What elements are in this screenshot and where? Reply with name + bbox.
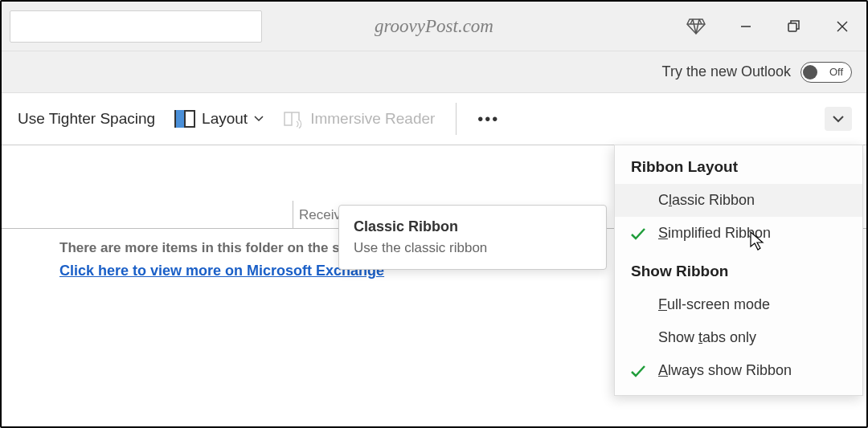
toggle-state-text: Off xyxy=(829,66,843,78)
menu-label: Full-screen mode xyxy=(658,296,846,313)
ribbon: Use Tighter Spacing Layout Immersive Rea… xyxy=(2,93,866,145)
tighter-spacing-label: Use Tighter Spacing xyxy=(18,110,155,128)
menu-item-show-tabs[interactable]: Show tabs only xyxy=(615,321,862,354)
menu-item-classic-ribbon[interactable]: Classic Ribbon xyxy=(615,184,862,217)
maximize-button[interactable] xyxy=(770,2,818,51)
ribbon-options-menu: Ribbon Layout Classic Ribbon Simplified … xyxy=(614,145,863,396)
layout-icon xyxy=(174,110,195,128)
try-outlook-toggle[interactable]: Off xyxy=(800,62,852,83)
check-icon xyxy=(629,226,647,241)
immersive-reader-icon xyxy=(283,109,304,128)
tooltip-title: Classic Ribbon xyxy=(354,218,592,235)
menu-item-simplified-ribbon[interactable]: Simplified Ribbon xyxy=(615,217,862,250)
app-title: groovyPost.com xyxy=(375,16,493,37)
chevron-down-icon xyxy=(254,116,264,122)
tooltip-description: Use the classic ribbon xyxy=(354,240,592,256)
new-outlook-banner: Try the new Outlook Off xyxy=(2,51,866,93)
search-input[interactable] xyxy=(10,10,262,43)
ribbon-separator xyxy=(456,103,457,135)
show-ribbon-header: Show Ribbon xyxy=(615,250,862,288)
layout-button[interactable]: Layout xyxy=(165,105,273,132)
ribbon-options-button[interactable] xyxy=(825,107,852,131)
close-button[interactable] xyxy=(818,2,866,51)
immersive-reader-label: Immersive Reader xyxy=(310,110,435,128)
premium-icon[interactable] xyxy=(686,18,706,35)
menu-label: Show tabs only xyxy=(658,329,846,346)
try-outlook-label: Try the new Outlook xyxy=(662,63,791,80)
immersive-reader-button: Immersive Reader xyxy=(273,104,444,133)
view-more-exchange-link[interactable]: Click here to view more on Microsoft Exc… xyxy=(59,263,384,279)
menu-item-fullscreen[interactable]: Full-screen mode xyxy=(615,288,862,321)
check-icon xyxy=(629,364,647,378)
svg-rect-1 xyxy=(788,23,796,31)
more-commands-button[interactable]: ••• xyxy=(468,105,509,133)
ribbon-layout-header: Ribbon Layout xyxy=(615,145,862,184)
layout-label: Layout xyxy=(202,110,248,128)
menu-label: Classic Ribbon xyxy=(658,192,846,209)
toggle-knob xyxy=(803,65,817,79)
tighter-spacing-button[interactable]: Use Tighter Spacing xyxy=(8,105,165,132)
window-controls xyxy=(686,2,866,51)
column-separator xyxy=(293,201,293,228)
menu-label: Always show Ribbon xyxy=(658,362,846,379)
classic-ribbon-tooltip: Classic Ribbon Use the classic ribbon xyxy=(338,205,607,270)
chevron-down-icon xyxy=(832,115,845,123)
menu-item-always-show[interactable]: Always show Ribbon xyxy=(615,354,862,387)
menu-label: Simplified Ribbon xyxy=(658,225,846,242)
minimize-button[interactable] xyxy=(722,2,770,51)
titlebar: groovyPost.com xyxy=(2,2,866,51)
